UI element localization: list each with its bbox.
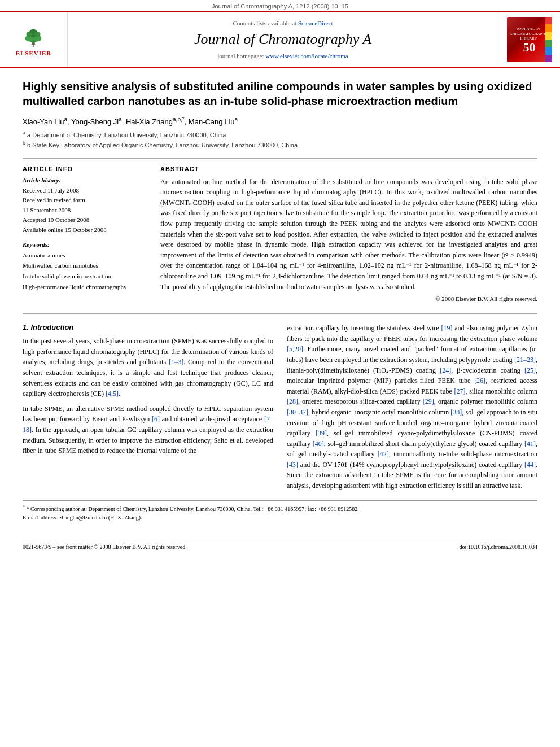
badge-number: 50 <box>523 41 536 54</box>
ref-25: [25] <box>524 366 536 374</box>
body-left-col: 1. Introduction In the past several year… <box>23 323 273 496</box>
footer-doi: doi:10.1016/j.chroma.2008.10.034 <box>459 544 537 550</box>
footnotes: * * Corresponding author at: Department … <box>23 500 537 522</box>
author-yong-sheng-ji: Yong-Sheng Ji <box>71 117 119 126</box>
article-title: Highly sensitive analysis of substituted… <box>23 79 537 108</box>
revised-date: 11 September 2008 <box>23 206 147 216</box>
received-date: Received 11 July 2008 <box>23 186 147 196</box>
body-paragraph-2: In-tube SPME, an alternative SPME method… <box>23 404 273 456</box>
keyword-2: Multiwalled carbon nanotubes <box>23 260 147 271</box>
keyword-3: In-tube solid-phase microextraction <box>23 271 147 282</box>
svg-point-7 <box>33 42 35 45</box>
badge-stripes <box>545 17 552 62</box>
article-info-abstract: ARTICLE INFO Article history: Received 1… <box>23 165 537 303</box>
journal-title: Journal of Chromatography A <box>79 31 487 48</box>
ref-29: [29] <box>423 397 434 405</box>
keywords-label: Keywords: <box>23 241 147 248</box>
ref-28: [28] <box>287 397 298 405</box>
body-paragraph-3: extraction capillary by inserting the st… <box>287 323 537 491</box>
sciencedirect-link[interactable]: ScienceDirect <box>298 20 333 27</box>
body-paragraph-1: In the past several years, solid-phase m… <box>23 336 273 399</box>
sciencedirect-line: Contents lists available at ScienceDirec… <box>79 20 487 27</box>
abstract-text: An automated on-line method for the dete… <box>160 177 537 292</box>
ref-27: [27] <box>454 387 465 395</box>
svg-rect-10 <box>34 45 37 47</box>
ref-41: [41] <box>524 440 536 448</box>
ref-43: [43] <box>287 461 298 469</box>
authors-line: Xiao-Yan Liua, Yong-Sheng Jia, Hai-Xia Z… <box>23 116 537 126</box>
section1-title: 1. Introduction <box>23 323 273 331</box>
keyword-4: High-performance liquid chromatography <box>23 282 147 292</box>
abstract-header: ABSTRACT <box>160 165 537 172</box>
article-history-rows: Received 11 July 2008 Received in revise… <box>23 186 147 235</box>
ref-5-20: [5,20] <box>287 345 303 353</box>
journal-meta-line: Journal of Chromatography A, 1212 (2008)… <box>0 0 560 11</box>
journal-title-area: Contents lists available at ScienceDirec… <box>68 12 498 67</box>
keywords-section: Keywords: Aromatic amines Multiwalled ca… <box>23 241 147 292</box>
article-history: Article history: Received 11 July 2008 R… <box>23 177 147 235</box>
keyword-1: Aromatic amines <box>23 250 147 261</box>
section-divider <box>23 158 537 159</box>
journal-homepage-link[interactable]: www.elsevier.com/locate/chroma <box>265 53 348 59</box>
ref-42: [42] <box>378 450 389 458</box>
journal-header: ELSEVIER Contents lists available at Sci… <box>0 11 560 68</box>
author-hai-xia-zhang: Hai-Xia Zhang <box>126 117 173 126</box>
elsevier-wordmark: ELSEVIER <box>16 50 52 56</box>
affiliations: a a Department of Chemistry, Lanzhou Uni… <box>23 129 537 150</box>
author-xiao-yan-liu: Xiao-Yan Liu <box>23 117 64 126</box>
revised-form-label: Received in revised form <box>23 195 147 206</box>
ref-39: [39] <box>316 429 327 437</box>
ref-30-37: [30–37] <box>287 408 308 416</box>
abstract-col: ABSTRACT An automated on-line method for… <box>160 165 537 303</box>
main-body: 1. Introduction In the past several year… <box>23 313 537 496</box>
ref-21-23: [21–23] <box>514 356 536 364</box>
footer-issn: 0021-9673/$ – see front matter © 2008 El… <box>23 544 187 550</box>
article-container: Highly sensitive analysis of substituted… <box>0 68 560 561</box>
copyright-line: © 2008 Elsevier B.V. All rights reserved… <box>160 295 537 302</box>
page-footer: 0021-9673/$ – see front matter © 2008 El… <box>23 539 537 550</box>
ref-6: [6] <box>152 415 160 423</box>
ref-7-18: [7–18] <box>23 415 273 434</box>
elsevier-logo-area: ELSEVIER <box>0 12 68 67</box>
footnote-email: E-mail address: zhanghu@lzu.edu.cn (H.-X… <box>23 513 537 522</box>
ref-4-5: [4,5] <box>106 390 119 397</box>
journal-citation: Journal of Chromatography A, 1212 (2008)… <box>212 3 348 10</box>
accepted-date: Accepted 10 October 2008 <box>23 215 147 225</box>
ref-38: [38] <box>450 408 462 416</box>
ref-24: [24] <box>440 366 451 374</box>
journal-badge-area: JOURNAL OFCHROMATOGRAPHYLIBRARY 50 <box>498 12 560 67</box>
article-info-col: ARTICLE INFO Article history: Received 1… <box>23 165 147 303</box>
footnote-corresponding: * * Corresponding author at: Department … <box>23 504 537 513</box>
ref-40: [40] <box>313 440 324 448</box>
ref-1-3: [1–3] <box>169 358 183 366</box>
article-history-label: Article history: <box>23 177 147 184</box>
elsevier-tree-icon <box>16 23 50 49</box>
svg-rect-9 <box>29 45 33 47</box>
journal-badge: JOURNAL OFCHROMATOGRAPHYLIBRARY 50 <box>507 17 552 62</box>
article-info-header: ARTICLE INFO <box>23 165 147 172</box>
body-right-col: extraction capillary by inserting the st… <box>287 323 537 496</box>
author-man-cang-liu: Man-Cang Liu <box>189 117 235 126</box>
ref-26: [26] <box>474 377 485 385</box>
ref-44: [44] <box>524 461 536 469</box>
svg-point-5 <box>27 32 33 37</box>
svg-point-6 <box>34 32 41 37</box>
affiliation-b: b b State Key Laboratory of Applied Orga… <box>23 139 537 150</box>
available-online-date: Available online 15 October 2008 <box>23 225 147 235</box>
journal-homepage-line: journal homepage: www.elsevier.com/locat… <box>79 53 487 59</box>
elsevier-logo: ELSEVIER <box>16 23 52 56</box>
affiliation-a: a a Department of Chemistry, Lanzhou Uni… <box>23 129 537 139</box>
ref-19: [19] <box>441 324 452 332</box>
